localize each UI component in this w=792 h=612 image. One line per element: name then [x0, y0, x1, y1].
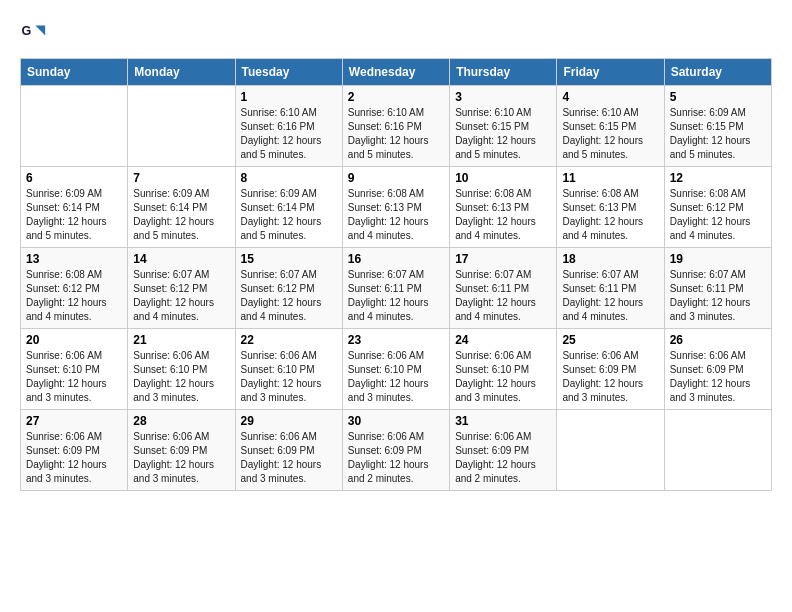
calendar-day: 8Sunrise: 6:09 AM Sunset: 6:14 PM Daylig… [235, 167, 342, 248]
day-info: Sunrise: 6:07 AM Sunset: 6:11 PM Dayligh… [670, 268, 766, 324]
calendar-day [557, 410, 664, 491]
day-number: 29 [241, 414, 337, 428]
day-number: 23 [348, 333, 444, 347]
calendar-day [21, 86, 128, 167]
calendar-day: 18Sunrise: 6:07 AM Sunset: 6:11 PM Dayli… [557, 248, 664, 329]
day-info: Sunrise: 6:10 AM Sunset: 6:15 PM Dayligh… [455, 106, 551, 162]
day-info: Sunrise: 6:06 AM Sunset: 6:10 PM Dayligh… [241, 349, 337, 405]
calendar-day: 12Sunrise: 6:08 AM Sunset: 6:12 PM Dayli… [664, 167, 771, 248]
day-info: Sunrise: 6:06 AM Sunset: 6:10 PM Dayligh… [348, 349, 444, 405]
day-number: 14 [133, 252, 229, 266]
calendar-day: 4Sunrise: 6:10 AM Sunset: 6:15 PM Daylig… [557, 86, 664, 167]
calendar-day: 3Sunrise: 6:10 AM Sunset: 6:15 PM Daylig… [450, 86, 557, 167]
day-number: 10 [455, 171, 551, 185]
header-day: Sunday [21, 59, 128, 86]
day-info: Sunrise: 6:06 AM Sunset: 6:09 PM Dayligh… [241, 430, 337, 486]
calendar-day: 2Sunrise: 6:10 AM Sunset: 6:16 PM Daylig… [342, 86, 449, 167]
calendar-week: 27Sunrise: 6:06 AM Sunset: 6:09 PM Dayli… [21, 410, 772, 491]
calendar-day: 23Sunrise: 6:06 AM Sunset: 6:10 PM Dayli… [342, 329, 449, 410]
day-number: 3 [455, 90, 551, 104]
calendar-day: 14Sunrise: 6:07 AM Sunset: 6:12 PM Dayli… [128, 248, 235, 329]
day-info: Sunrise: 6:09 AM Sunset: 6:15 PM Dayligh… [670, 106, 766, 162]
day-number: 17 [455, 252, 551, 266]
calendar-day: 7Sunrise: 6:09 AM Sunset: 6:14 PM Daylig… [128, 167, 235, 248]
calendar-day: 11Sunrise: 6:08 AM Sunset: 6:13 PM Dayli… [557, 167, 664, 248]
day-number: 7 [133, 171, 229, 185]
day-number: 5 [670, 90, 766, 104]
day-number: 20 [26, 333, 122, 347]
day-info: Sunrise: 6:10 AM Sunset: 6:15 PM Dayligh… [562, 106, 658, 162]
day-info: Sunrise: 6:07 AM Sunset: 6:11 PM Dayligh… [455, 268, 551, 324]
svg-marker-1 [35, 26, 45, 36]
calendar-day: 15Sunrise: 6:07 AM Sunset: 6:12 PM Dayli… [235, 248, 342, 329]
svg-text:G: G [21, 24, 31, 38]
header-day: Tuesday [235, 59, 342, 86]
day-info: Sunrise: 6:09 AM Sunset: 6:14 PM Dayligh… [241, 187, 337, 243]
day-info: Sunrise: 6:08 AM Sunset: 6:13 PM Dayligh… [562, 187, 658, 243]
day-number: 6 [26, 171, 122, 185]
calendar-week: 1Sunrise: 6:10 AM Sunset: 6:16 PM Daylig… [21, 86, 772, 167]
day-number: 9 [348, 171, 444, 185]
day-info: Sunrise: 6:06 AM Sunset: 6:09 PM Dayligh… [133, 430, 229, 486]
day-number: 4 [562, 90, 658, 104]
calendar-day: 20Sunrise: 6:06 AM Sunset: 6:10 PM Dayli… [21, 329, 128, 410]
header-row: SundayMondayTuesdayWednesdayThursdayFrid… [21, 59, 772, 86]
logo-icon: G [20, 20, 48, 48]
day-info: Sunrise: 6:07 AM Sunset: 6:12 PM Dayligh… [133, 268, 229, 324]
day-info: Sunrise: 6:06 AM Sunset: 6:10 PM Dayligh… [26, 349, 122, 405]
calendar-day: 6Sunrise: 6:09 AM Sunset: 6:14 PM Daylig… [21, 167, 128, 248]
day-number: 13 [26, 252, 122, 266]
day-number: 31 [455, 414, 551, 428]
day-info: Sunrise: 6:08 AM Sunset: 6:12 PM Dayligh… [26, 268, 122, 324]
day-number: 21 [133, 333, 229, 347]
day-info: Sunrise: 6:09 AM Sunset: 6:14 PM Dayligh… [26, 187, 122, 243]
calendar-day: 25Sunrise: 6:06 AM Sunset: 6:09 PM Dayli… [557, 329, 664, 410]
calendar-day: 27Sunrise: 6:06 AM Sunset: 6:09 PM Dayli… [21, 410, 128, 491]
calendar-day: 9Sunrise: 6:08 AM Sunset: 6:13 PM Daylig… [342, 167, 449, 248]
header-day: Friday [557, 59, 664, 86]
calendar-day: 16Sunrise: 6:07 AM Sunset: 6:11 PM Dayli… [342, 248, 449, 329]
day-number: 22 [241, 333, 337, 347]
logo: G [20, 20, 52, 48]
header-day: Wednesday [342, 59, 449, 86]
calendar-day: 22Sunrise: 6:06 AM Sunset: 6:10 PM Dayli… [235, 329, 342, 410]
calendar-day: 13Sunrise: 6:08 AM Sunset: 6:12 PM Dayli… [21, 248, 128, 329]
day-number: 12 [670, 171, 766, 185]
day-info: Sunrise: 6:07 AM Sunset: 6:12 PM Dayligh… [241, 268, 337, 324]
day-number: 8 [241, 171, 337, 185]
calendar-table: SundayMondayTuesdayWednesdayThursdayFrid… [20, 58, 772, 491]
calendar-day: 21Sunrise: 6:06 AM Sunset: 6:10 PM Dayli… [128, 329, 235, 410]
calendar-day: 29Sunrise: 6:06 AM Sunset: 6:09 PM Dayli… [235, 410, 342, 491]
calendar-day [664, 410, 771, 491]
calendar-day: 30Sunrise: 6:06 AM Sunset: 6:09 PM Dayli… [342, 410, 449, 491]
calendar-day: 19Sunrise: 6:07 AM Sunset: 6:11 PM Dayli… [664, 248, 771, 329]
header-day: Saturday [664, 59, 771, 86]
day-number: 27 [26, 414, 122, 428]
day-info: Sunrise: 6:06 AM Sunset: 6:09 PM Dayligh… [670, 349, 766, 405]
day-info: Sunrise: 6:06 AM Sunset: 6:09 PM Dayligh… [26, 430, 122, 486]
day-number: 19 [670, 252, 766, 266]
header-day: Monday [128, 59, 235, 86]
day-info: Sunrise: 6:09 AM Sunset: 6:14 PM Dayligh… [133, 187, 229, 243]
day-number: 1 [241, 90, 337, 104]
calendar-body: 1Sunrise: 6:10 AM Sunset: 6:16 PM Daylig… [21, 86, 772, 491]
day-number: 26 [670, 333, 766, 347]
calendar-day: 17Sunrise: 6:07 AM Sunset: 6:11 PM Dayli… [450, 248, 557, 329]
calendar-day: 26Sunrise: 6:06 AM Sunset: 6:09 PM Dayli… [664, 329, 771, 410]
day-info: Sunrise: 6:08 AM Sunset: 6:13 PM Dayligh… [455, 187, 551, 243]
header-day: Thursday [450, 59, 557, 86]
day-info: Sunrise: 6:06 AM Sunset: 6:09 PM Dayligh… [455, 430, 551, 486]
day-number: 2 [348, 90, 444, 104]
calendar-day: 5Sunrise: 6:09 AM Sunset: 6:15 PM Daylig… [664, 86, 771, 167]
calendar-week: 6Sunrise: 6:09 AM Sunset: 6:14 PM Daylig… [21, 167, 772, 248]
day-info: Sunrise: 6:06 AM Sunset: 6:09 PM Dayligh… [348, 430, 444, 486]
day-number: 24 [455, 333, 551, 347]
day-number: 30 [348, 414, 444, 428]
calendar-day: 24Sunrise: 6:06 AM Sunset: 6:10 PM Dayli… [450, 329, 557, 410]
page-header: G [20, 20, 772, 48]
day-info: Sunrise: 6:08 AM Sunset: 6:13 PM Dayligh… [348, 187, 444, 243]
day-info: Sunrise: 6:06 AM Sunset: 6:10 PM Dayligh… [455, 349, 551, 405]
day-info: Sunrise: 6:08 AM Sunset: 6:12 PM Dayligh… [670, 187, 766, 243]
day-info: Sunrise: 6:10 AM Sunset: 6:16 PM Dayligh… [241, 106, 337, 162]
calendar-header: SundayMondayTuesdayWednesdayThursdayFrid… [21, 59, 772, 86]
